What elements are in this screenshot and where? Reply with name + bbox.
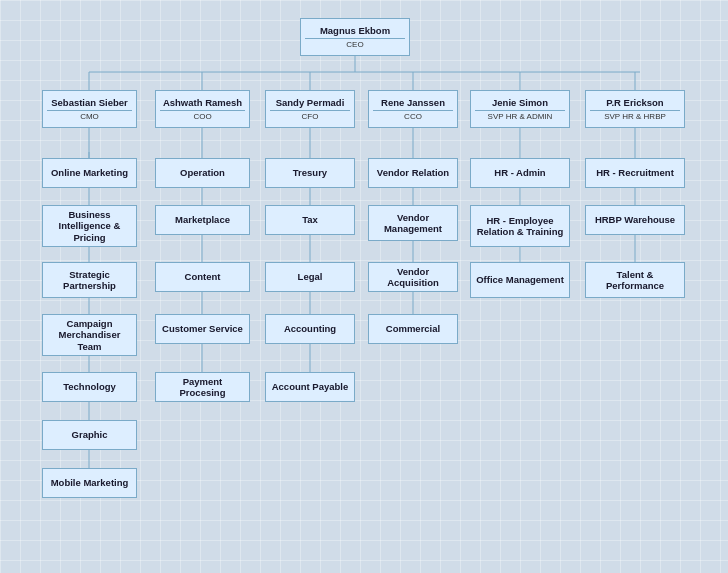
node-hr-recruit-name: HR - Recruitment [596,167,674,178]
node-legal-name: Legal [298,271,323,282]
node-graphic: Graphic [42,420,137,450]
node-hrbp-wh: HRBP Warehouse [585,205,685,235]
node-accounting: Accounting [265,314,355,344]
node-svp-hrbp: P.R Erickson SVP HR & HRBP [585,90,685,128]
node-payment: Payment Procesing [155,372,250,402]
node-office-mgmt: Office Management [470,262,570,298]
node-bi-pricing: Business Intelligence & Pricing [42,205,137,247]
node-cfo: Sandy Permadi CFO [265,90,355,128]
node-hr-recruit: HR - Recruitment [585,158,685,188]
node-svp-hr-name: Jenie Simon [492,97,548,108]
node-svp-hrbp-name: P.R Erickson [606,97,663,108]
node-cfo-role: CFO [270,110,350,122]
node-tax: Tax [265,205,355,235]
node-cust-svc: Customer Service [155,314,250,344]
org-chart: Magnus Ekbom CEO Sebastian Sieber CMO As… [0,0,728,20]
node-hr-admin-name: HR - Admin [494,167,545,178]
node-hr-admin: HR - Admin [470,158,570,188]
node-online-mkt: Online Marketing [42,158,137,188]
node-talent-perf: Talent & Performance [585,262,685,298]
node-hrbp-wh-name: HRBP Warehouse [595,214,675,225]
node-treasury-name: Tresury [293,167,327,178]
node-campaign-name: Campaign Merchandiser Team [47,318,132,352]
node-commercial: Commercial [368,314,458,344]
node-svp-hr-role: SVP HR & ADMIN [475,110,565,122]
node-cco: Rene Janssen CCO [368,90,458,128]
node-legal: Legal [265,262,355,292]
node-cfo-name: Sandy Permadi [276,97,345,108]
node-cco-role: CCO [373,110,453,122]
node-commercial-name: Commercial [386,323,440,334]
node-cco-name: Rene Janssen [381,97,445,108]
node-vendor-acq-name: Vendor Acquisition [373,266,453,289]
node-ceo: Magnus Ekbom CEO [300,18,410,56]
node-marketplace-name: Marketplace [175,214,230,225]
node-cmo-role: CMO [47,110,132,122]
node-vendor-acq: Vendor Acquisition [368,262,458,292]
node-tax-name: Tax [302,214,318,225]
node-talent-perf-name: Talent & Performance [590,269,680,292]
node-acct-payable: Account Payable [265,372,355,402]
node-campaign: Campaign Merchandiser Team [42,314,137,356]
node-payment-name: Payment Procesing [160,376,245,399]
node-hr-emp-name: HR - Employee Relation & Training [475,215,565,238]
node-treasury: Tresury [265,158,355,188]
node-marketplace: Marketplace [155,205,250,235]
node-online-mkt-name: Online Marketing [51,167,128,178]
node-hr-emp: HR - Employee Relation & Training [470,205,570,247]
node-coo-role: COO [160,110,245,122]
node-svp-hr: Jenie Simon SVP HR & ADMIN [470,90,570,128]
node-cmo: Sebastian Sieber CMO [42,90,137,128]
node-office-mgmt-name: Office Management [476,274,564,285]
node-content: Content [155,262,250,292]
node-ceo-role: CEO [305,38,405,50]
node-operation: Operation [155,158,250,188]
node-technology: Technology [42,372,137,402]
node-graphic-name: Graphic [72,429,108,440]
node-technology-name: Technology [63,381,116,392]
node-content-name: Content [185,271,221,282]
node-acct-payable-name: Account Payable [272,381,349,392]
node-cmo-name: Sebastian Sieber [51,97,128,108]
node-mobile-mkt: Mobile Marketing [42,468,137,498]
node-vendor-mgmt-name: Vendor Management [373,212,453,235]
node-coo: Ashwath Ramesh COO [155,90,250,128]
node-coo-name: Ashwath Ramesh [163,97,242,108]
node-vendor-rel: Vendor Relation [368,158,458,188]
node-accounting-name: Accounting [284,323,336,334]
node-operation-name: Operation [180,167,225,178]
node-strat-partner: Strategic Partnership [42,262,137,298]
node-bi-pricing-name: Business Intelligence & Pricing [47,209,132,243]
node-vendor-mgmt: Vendor Management [368,205,458,241]
node-strat-partner-name: Strategic Partnership [47,269,132,292]
node-cust-svc-name: Customer Service [162,323,243,334]
node-svp-hrbp-role: SVP HR & HRBP [590,110,680,122]
node-mobile-mkt-name: Mobile Marketing [51,477,129,488]
node-vendor-rel-name: Vendor Relation [377,167,449,178]
node-ceo-name: Magnus Ekbom [320,25,390,36]
